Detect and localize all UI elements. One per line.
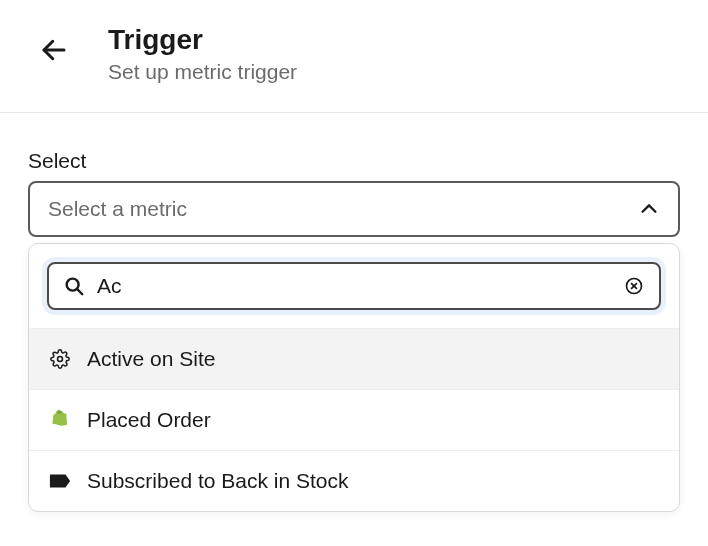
search-icon [63, 275, 85, 297]
option-label: Placed Order [87, 408, 211, 432]
svg-point-6 [58, 357, 63, 362]
tag-icon [49, 470, 71, 492]
option-placed-order[interactable]: Placed Order [29, 389, 679, 450]
select-placeholder: Select a metric [48, 197, 187, 221]
select-label: Select [28, 149, 680, 173]
clear-icon [624, 276, 644, 296]
option-active-on-site[interactable]: Active on Site [29, 328, 679, 389]
option-label: Active on Site [87, 347, 215, 371]
svg-line-2 [77, 289, 82, 294]
shopify-icon [49, 409, 71, 431]
search-field[interactable] [47, 262, 661, 310]
arrow-left-icon [39, 35, 69, 65]
page-header: Trigger Set up metric trigger [0, 0, 708, 112]
page-title: Trigger [108, 24, 297, 56]
metric-dropdown: Active on Site Placed Order Subscribed t… [28, 243, 680, 512]
search-input[interactable] [97, 274, 611, 298]
clear-search-button[interactable] [623, 275, 645, 297]
metric-select[interactable]: Select a metric [28, 181, 680, 237]
chevron-up-icon [638, 198, 660, 220]
page-subtitle: Set up metric trigger [108, 60, 297, 84]
option-label: Subscribed to Back in Stock [87, 469, 348, 493]
gear-icon [49, 348, 71, 370]
back-button[interactable] [36, 32, 72, 68]
option-subscribed-back-in-stock[interactable]: Subscribed to Back in Stock [29, 450, 679, 511]
